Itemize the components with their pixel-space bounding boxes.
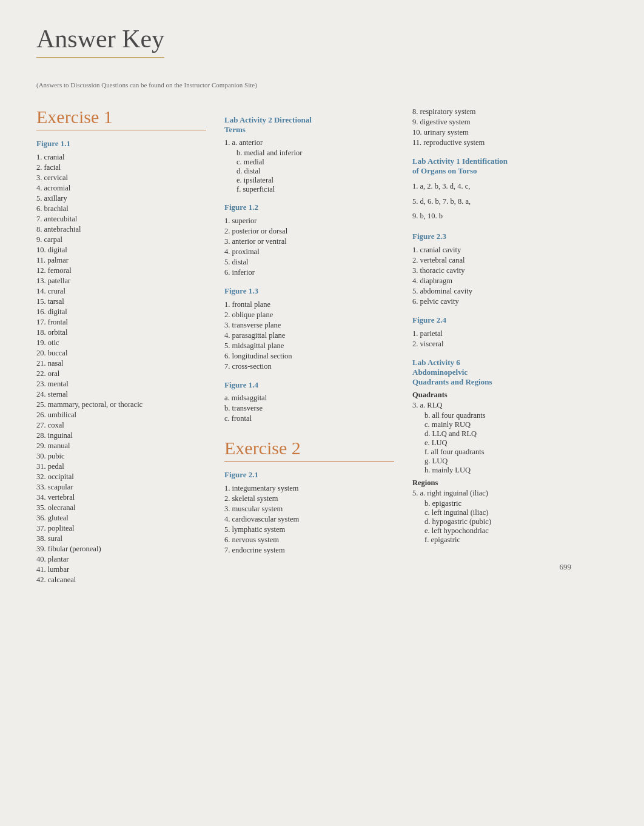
list-item: thoracic cavity <box>412 266 606 276</box>
sub-item: b. all four quadrants <box>412 411 606 420</box>
list-item: digital <box>36 307 206 317</box>
list-item: orbital <box>36 327 206 338</box>
list-item: carpal <box>36 235 206 245</box>
list-item: digital <box>36 245 206 255</box>
figure-2-1-list: integumentary system skeletal system mus… <box>224 483 394 556</box>
list-item: axillary <box>36 193 206 204</box>
sub-item: f. superficial <box>224 185 394 194</box>
figure-1-4-title: Figure 1.4 <box>224 380 394 390</box>
sub-item: f. epigastric <box>412 536 606 545</box>
figure-1-3-list: frontal plane oblique plane transverse p… <box>224 300 394 372</box>
lab-activity-1-answers: 1. a, 2. b, 3. d, 4. c, 5. d, 6. b, 7. b… <box>412 180 606 223</box>
list-item: anterior or ventral <box>224 237 394 247</box>
list-item: endocrine system <box>224 545 394 556</box>
list-item: oral <box>36 369 206 379</box>
list-item: pelvic cavity <box>412 297 606 307</box>
list-item: posterior or dorsal <box>224 226 394 237</box>
list-item: cervical <box>36 173 206 183</box>
lab-activity-2-title: Lab Activity 2 DirectionalTerms <box>224 115 394 135</box>
list-item: skeletal system <box>224 494 394 504</box>
list-item: muscular system <box>224 504 394 514</box>
list-item: plantar <box>36 554 206 565</box>
list-item: inguinal <box>36 431 206 441</box>
sub-item: c. mainly RUQ <box>412 420 606 429</box>
list-item: frontal plane <box>224 300 394 310</box>
list-item: integumentary system <box>224 483 394 494</box>
sub-item: f. all four quadrants <box>412 448 606 457</box>
list-item: oblique plane <box>224 310 394 320</box>
list-item: reproductive system <box>412 138 606 148</box>
sub-item: h. mainly LUQ <box>412 466 606 475</box>
page-number: 699 <box>560 562 572 572</box>
list-item: digestive system <box>412 117 606 127</box>
sub-item: g. LUQ <box>412 457 606 466</box>
list-item: superior <box>224 216 394 226</box>
lab-activity-2-content: 1. a. anterior b. medial and inferior c.… <box>224 138 394 194</box>
sub-item: c. left inguinal (iliac) <box>412 508 606 517</box>
lab-activity-6-content: Quadrants 3. a. RLQ b. all four quadrant… <box>412 391 606 545</box>
list-item: popliteal <box>36 523 206 534</box>
list-item: antebrachial <box>36 224 206 235</box>
figure-1-1-list: cranial facial cervical acromial axillar… <box>36 152 206 585</box>
list-item: longitudinal section <box>224 351 394 361</box>
list-item: pubic <box>36 451 206 462</box>
list-item: cranial <box>36 152 206 163</box>
list-item: vertebral canal <box>412 255 606 266</box>
figure-2-4-list: parietal visceral <box>412 329 606 349</box>
figure-2-3-list: cranial cavity vertebral canal thoracic … <box>412 245 606 307</box>
list-item: cross-section <box>224 361 394 372</box>
list-item: brachial <box>36 204 206 214</box>
list-item: pedal <box>36 462 206 472</box>
list-item: acromial <box>36 183 206 193</box>
list-item: crural <box>36 286 206 297</box>
list-item: transverse plane <box>224 320 394 331</box>
sub-item: e. LUQ <box>412 438 606 448</box>
figure-2-1-continued: respiratory system digestive system urin… <box>412 107 606 148</box>
column-2: Lab Activity 2 DirectionalTerms 1. a. an… <box>224 107 394 590</box>
list-item: nervous system <box>224 535 394 545</box>
list-item: tarsal <box>36 297 206 307</box>
list-item: parietal <box>412 329 606 339</box>
main-layout: Exercise 1 Figure 1.1 cranial facial cer… <box>36 107 608 590</box>
list-item: cranial cavity <box>412 245 606 255</box>
page-title: Answer Key <box>36 24 164 58</box>
list-item: lumbar <box>36 565 206 575</box>
column-3: respiratory system digestive system urin… <box>412 107 606 590</box>
figure-2-3-title: Figure 2.3 <box>412 232 606 241</box>
figure-2-4-title: Figure 2.4 <box>412 315 606 325</box>
figure-1-2-list: superior posterior or dorsal anterior or… <box>224 216 394 278</box>
list-item: mental <box>36 379 206 389</box>
sub-item: e. left hypochondriac <box>412 526 606 536</box>
sub-item: c. medial <box>224 158 394 167</box>
list-item: coxal <box>36 420 206 431</box>
sub-item: d. LLQ and RLQ <box>412 429 606 438</box>
list-item: femoral <box>36 266 206 276</box>
column-1: Exercise 1 Figure 1.1 cranial facial cer… <box>36 107 206 590</box>
list-item: palmar <box>36 255 206 266</box>
list-item: mammary, pectoral, or thoracic <box>36 400 206 410</box>
exercise-2-header: Exercise 2 <box>224 438 394 462</box>
subtitle: (Answers to Discussion Questions can be … <box>36 81 608 89</box>
list-item: respiratory system <box>412 107 606 117</box>
list-item: distal <box>224 257 394 267</box>
list-item: cardiovascular system <box>224 514 394 525</box>
sub-item: d. distal <box>224 167 394 176</box>
list-item: proximal <box>224 247 394 257</box>
lab-activity-1-title: Lab Activity 1 Identificationof Organs o… <box>412 156 606 176</box>
list-item: buccal <box>36 348 206 358</box>
list-item: fibular (peroneal) <box>36 544 206 554</box>
list-item: parasagittal plane <box>224 331 394 341</box>
list-item: sural <box>36 534 206 544</box>
list-item: calcaneal <box>36 575 206 585</box>
list-item: visceral <box>412 339 606 349</box>
sub-item: b. epigastric <box>412 499 606 508</box>
list-item: diaphragm <box>412 276 606 286</box>
list-item: abdominal cavity <box>412 286 606 297</box>
list-item: manual <box>36 441 206 451</box>
list-item: lymphatic system <box>224 525 394 535</box>
list-item: umbilical <box>36 410 206 420</box>
list-item: scapular <box>36 482 206 492</box>
list-item: otic <box>36 338 206 348</box>
list-item: urinary system <box>412 127 606 138</box>
exercise-1-header: Exercise 1 <box>36 107 206 130</box>
